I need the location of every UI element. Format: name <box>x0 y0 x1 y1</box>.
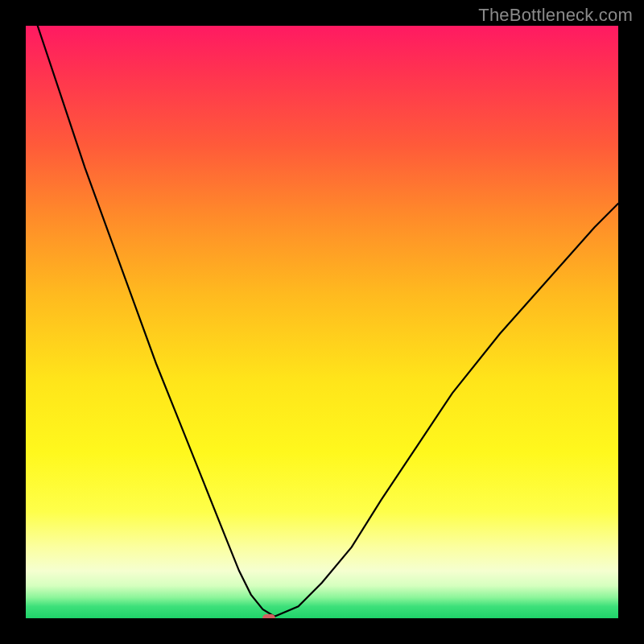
chart-frame: TheBottleneck.com <box>0 0 644 644</box>
plot-area <box>26 26 618 618</box>
bottleneck-curve <box>26 26 618 618</box>
optimal-point-marker <box>262 614 275 618</box>
watermark-text: TheBottleneck.com <box>478 5 633 26</box>
